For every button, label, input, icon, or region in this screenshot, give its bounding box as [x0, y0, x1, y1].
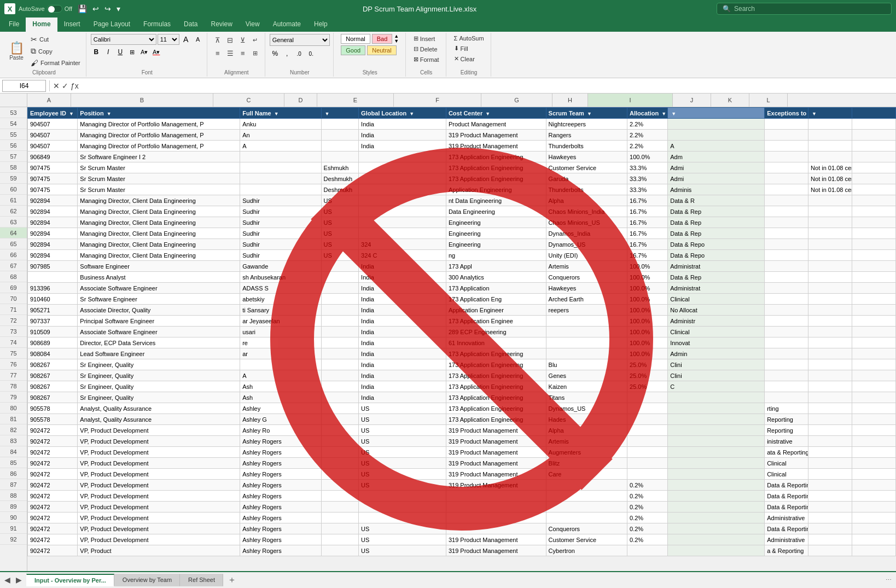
cell-r58-c4[interactable]	[359, 173, 446, 184]
sheet-tab-overview[interactable]: Overview by Team	[114, 574, 180, 586]
cell-r65-c2[interactable]: Sudhir	[240, 250, 321, 261]
cell-r92-c5[interactable]: 319 Product Management	[446, 545, 546, 556]
cell-r60-c2[interactable]: Sudhir	[240, 195, 321, 206]
cell-r91-c5[interactable]: 319 Product Management	[446, 534, 546, 545]
table-row[interactable]: 904507Managing Director of Portfolio Man…	[28, 141, 896, 152]
style-good[interactable]: Good	[341, 45, 365, 55]
cell-r66-c0[interactable]: 907985	[28, 261, 78, 272]
cell-r60-c7[interactable]: 16.7%	[627, 195, 668, 206]
cell-r90-c3[interactable]	[321, 523, 359, 534]
cell-r68-c5[interactable]: 173 Application	[446, 283, 546, 294]
cell-r73-c10[interactable]	[808, 337, 852, 348]
cell-r85-c5[interactable]: 319 Product Management	[446, 469, 546, 480]
cell-r86-c7[interactable]: 0.2%	[627, 480, 668, 491]
cell-r68-c3[interactable]	[321, 283, 359, 294]
cell-r72-c10[interactable]	[808, 327, 852, 337]
table-row[interactable]: 910460Sr Software EngineerabetskiyIndia1…	[28, 294, 896, 305]
table-row[interactable]: 907475Sr Scrum MasterEshmukh173 Applicat…	[28, 162, 896, 173]
cell-r73-c7[interactable]: 100.0%	[627, 337, 668, 348]
cell-r85-c7[interactable]	[627, 469, 668, 480]
col-header-G[interactable]: G	[481, 94, 552, 107]
cell-r66-c9[interactable]	[765, 261, 808, 272]
cell-r92-c0[interactable]: 902472	[28, 545, 78, 556]
table-row[interactable]: 902472VP, Product DevelopmentAshley Roge…	[28, 534, 896, 545]
cell-r72-c0[interactable]: 910509	[28, 327, 78, 337]
cell-r69-c3[interactable]	[321, 294, 359, 305]
cell-r59-c5[interactable]: Application Engineering	[446, 184, 546, 195]
cell-r67-c1[interactable]: Business Analyst	[78, 272, 240, 283]
filter-icon-i[interactable]: ▼	[671, 111, 676, 117]
align-left-button[interactable]: ≡	[212, 47, 224, 59]
cell-r84-c9[interactable]: Clinical	[765, 458, 808, 469]
cell-r64-c4[interactable]: 324	[359, 239, 446, 250]
cell-r53-c8[interactable]	[668, 119, 765, 130]
cell-r60-c9[interactable]	[765, 195, 808, 206]
cell-r88-c1[interactable]: VP, Product Development	[78, 502, 240, 513]
cell-r76-c6[interactable]: Genes	[546, 370, 627, 381]
cell-r55-c4[interactable]: India	[359, 141, 446, 152]
cell-r79-c11[interactable]	[852, 403, 895, 414]
cell-r83-c1[interactable]: VP, Product Development	[78, 447, 240, 458]
cell-r64-c10[interactable]	[808, 239, 852, 250]
cell-r87-c2[interactable]: Ashley Rogers	[240, 491, 321, 502]
search-input[interactable]	[734, 5, 886, 13]
cell-r55-c10[interactable]	[808, 141, 852, 152]
font-size-select[interactable]: 11	[158, 34, 179, 45]
table-row[interactable]: 907475Sr Scrum MasterDeshmukhApplication…	[28, 184, 896, 195]
clear-button[interactable]: ✕ Clear	[451, 54, 478, 63]
cell-r60-c10[interactable]	[808, 195, 852, 206]
cell-r59-c3[interactable]: Deshmukh	[321, 184, 359, 195]
cell-r69-c1[interactable]: Sr Software Engineer	[78, 294, 240, 305]
cell-r84-c4[interactable]: US	[359, 458, 446, 469]
sheet-nav-left-button[interactable]: ◀	[2, 574, 13, 585]
cell-r76-c2[interactable]: A	[240, 370, 321, 381]
cell-r72-c9[interactable]	[765, 327, 808, 337]
cell-r88-c10[interactable]	[808, 502, 852, 513]
cell-r83-c0[interactable]: 902472	[28, 447, 78, 458]
cell-r73-c9[interactable]	[765, 337, 808, 348]
table-row[interactable]: 902472VP, Product DevelopmentAshley Roge…	[28, 436, 896, 447]
cell-r71-c11[interactable]	[852, 316, 895, 327]
cell-r81-c6[interactable]: Alpha	[546, 425, 627, 436]
table-row[interactable]: 902472VP, Product DevelopmentAshley Roge…	[28, 458, 896, 469]
cell-r61-c3[interactable]: US	[321, 206, 359, 217]
cell-r59-c4[interactable]	[359, 184, 446, 195]
cell-r90-c6[interactable]: Conquerors	[546, 523, 627, 534]
cell-r89-c7[interactable]: 0.2%	[627, 513, 668, 523]
cell-r76-c4[interactable]: India	[359, 370, 446, 381]
cell-r57-c8[interactable]: Admi	[668, 162, 765, 173]
cell-r89-c9[interactable]: Administrative	[765, 513, 808, 523]
cell-r82-c9[interactable]: inistrative	[765, 436, 808, 447]
col-header-E[interactable]: E	[317, 94, 394, 107]
cell-r61-c8[interactable]: Data & Rep	[668, 206, 765, 217]
cell-r83-c2[interactable]: Ashley Rogers	[240, 447, 321, 458]
cell-r70-c11[interactable]	[852, 305, 895, 316]
cell-r62-c2[interactable]: Sudhir	[240, 217, 321, 228]
cell-r88-c8[interactable]	[668, 502, 765, 513]
cell-r68-c9[interactable]	[765, 283, 808, 294]
table-row[interactable]: 902894Managing Director, Client Data Eng…	[28, 206, 896, 217]
cell-r89-c8[interactable]	[668, 513, 765, 523]
cell-r56-c8[interactable]: Adm	[668, 152, 765, 162]
cell-r73-c3[interactable]	[321, 337, 359, 348]
cell-r89-c4[interactable]	[359, 513, 446, 523]
name-box[interactable]	[2, 80, 46, 92]
cell-r55-c2[interactable]: A	[240, 141, 321, 152]
cell-r71-c2[interactable]: ar Jeyaseelan	[240, 316, 321, 327]
cell-r86-c2[interactable]: Ashley Rogers	[240, 480, 321, 491]
cell-r90-c5[interactable]	[446, 523, 546, 534]
cell-r77-c3[interactable]	[321, 381, 359, 392]
cell-r92-c10[interactable]	[808, 545, 852, 556]
cell-r84-c5[interactable]: 319 Product Management	[446, 458, 546, 469]
cell-r74-c10[interactable]	[808, 348, 852, 359]
cell-r76-c11[interactable]	[852, 370, 895, 381]
cell-r85-c2[interactable]: Ashley Rogers	[240, 469, 321, 480]
cell-r66-c8[interactable]: Administrat	[668, 261, 765, 272]
cell-r89-c0[interactable]: 902472	[28, 513, 78, 523]
cell-r70-c6[interactable]: reepers	[546, 305, 627, 316]
cell-r57-c1[interactable]: Sr Scrum Master	[78, 162, 240, 173]
cell-r86-c9[interactable]: Data & Reporting	[765, 480, 808, 491]
cell-r65-c10[interactable]	[808, 250, 852, 261]
cell-r92-c3[interactable]	[321, 545, 359, 556]
table-row[interactable]: 908267Sr Engineer, QualityAIndia173 Appl…	[28, 370, 896, 381]
